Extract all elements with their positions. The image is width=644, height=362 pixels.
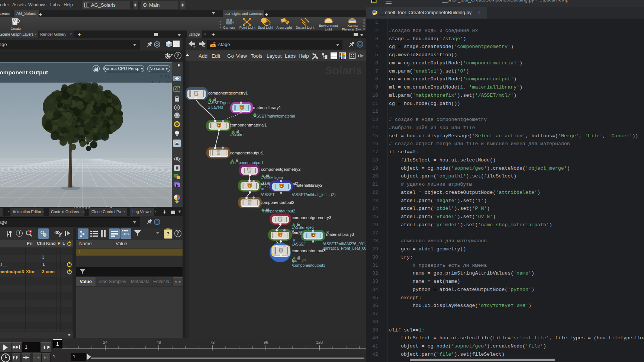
svg-text:72: 72 <box>210 340 215 345</box>
svg-text:48: 48 <box>157 340 161 345</box>
svg-text:24: 24 <box>103 340 107 345</box>
svg-text:120: 120 <box>316 340 323 345</box>
svg-text:96: 96 <box>264 340 268 345</box>
